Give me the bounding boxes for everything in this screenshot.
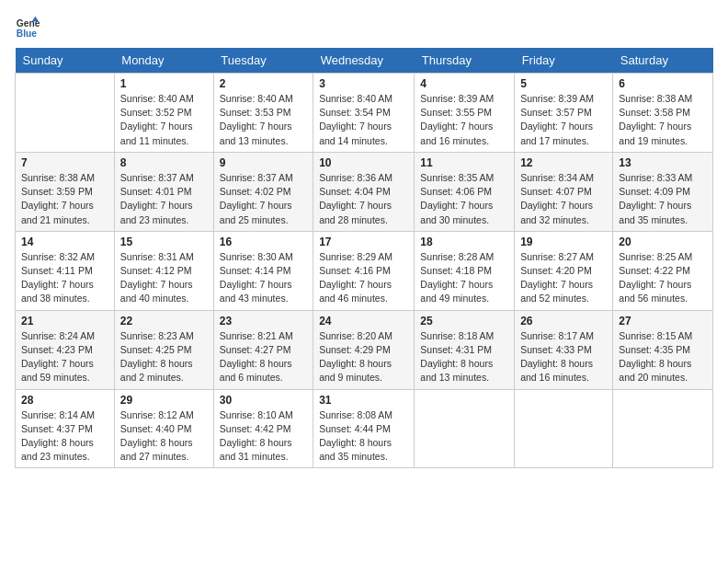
day-info: Sunrise: 8:31 AMSunset: 4:12 PMDaylight:…: [120, 250, 208, 306]
day-info: Sunrise: 8:27 AMSunset: 4:20 PMDaylight:…: [520, 250, 607, 306]
day-info: Sunrise: 8:30 AMSunset: 4:14 PMDaylight:…: [220, 250, 307, 306]
day-number: 12: [520, 156, 607, 169]
day-number: 22: [120, 315, 208, 327]
day-info: Sunrise: 8:23 AMSunset: 4:25 PMDaylight:…: [120, 329, 208, 385]
calendar-cell: 25Sunrise: 8:18 AMSunset: 4:31 PMDayligh…: [415, 310, 515, 389]
calendar-body: 1Sunrise: 8:40 AMSunset: 3:52 PMDaylight…: [16, 74, 713, 468]
column-header-friday: Friday: [515, 48, 613, 74]
calendar-cell: [16, 74, 115, 153]
logo-icon: General Blue: [15, 15, 40, 40]
day-number: 24: [319, 315, 408, 327]
day-info: Sunrise: 8:37 AMSunset: 4:01 PMDaylight:…: [120, 171, 208, 227]
column-header-monday: Monday: [114, 48, 213, 74]
day-info: Sunrise: 8:08 AMSunset: 4:44 PMDaylight:…: [319, 408, 408, 465]
day-info: Sunrise: 8:38 AMSunset: 3:59 PMDaylight:…: [21, 171, 108, 227]
calendar-cell: 3Sunrise: 8:40 AMSunset: 3:54 PMDaylight…: [313, 74, 415, 153]
calendar-cell: 23Sunrise: 8:21 AMSunset: 4:27 PMDayligh…: [213, 310, 313, 389]
day-info: Sunrise: 8:18 AMSunset: 4:31 PMDaylight:…: [420, 329, 508, 385]
day-info: Sunrise: 8:12 AMSunset: 4:40 PMDaylight:…: [120, 408, 208, 465]
calendar-cell: 12Sunrise: 8:34 AMSunset: 4:07 PMDayligh…: [515, 152, 613, 231]
day-number: 14: [21, 236, 108, 248]
day-number: 27: [619, 315, 707, 327]
day-info: Sunrise: 8:10 AMSunset: 4:42 PMDaylight:…: [220, 408, 307, 465]
logo: General Blue: [15, 15, 40, 40]
day-number: 15: [120, 236, 208, 248]
day-number: 26: [520, 315, 607, 327]
calendar-cell: 5Sunrise: 8:39 AMSunset: 3:57 PMDaylight…: [515, 74, 613, 153]
day-number: 9: [220, 156, 307, 169]
day-number: 4: [420, 77, 508, 90]
day-info: Sunrise: 8:37 AMSunset: 4:02 PMDaylight:…: [220, 171, 307, 227]
calendar-cell: 15Sunrise: 8:31 AMSunset: 4:12 PMDayligh…: [114, 231, 213, 310]
day-number: 29: [120, 394, 208, 407]
column-header-thursday: Thursday: [415, 48, 515, 74]
day-number: 30: [220, 394, 307, 407]
day-number: 7: [21, 156, 108, 169]
calendar-cell: 6Sunrise: 8:38 AMSunset: 3:58 PMDaylight…: [613, 74, 713, 153]
day-number: 1: [120, 77, 208, 90]
calendar-cell: 31Sunrise: 8:08 AMSunset: 4:44 PMDayligh…: [313, 389, 415, 468]
day-info: Sunrise: 8:24 AMSunset: 4:23 PMDaylight:…: [21, 329, 108, 385]
calendar-cell: 16Sunrise: 8:30 AMSunset: 4:14 PMDayligh…: [213, 231, 313, 310]
column-header-tuesday: Tuesday: [213, 48, 313, 74]
calendar-cell: 29Sunrise: 8:12 AMSunset: 4:40 PMDayligh…: [114, 389, 213, 468]
calendar-cell: 4Sunrise: 8:39 AMSunset: 3:55 PMDaylight…: [415, 74, 515, 153]
calendar-cell: 14Sunrise: 8:32 AMSunset: 4:11 PMDayligh…: [16, 231, 115, 310]
calendar-cell: 30Sunrise: 8:10 AMSunset: 4:42 PMDayligh…: [213, 389, 313, 468]
day-number: 31: [319, 394, 408, 407]
day-info: Sunrise: 8:34 AMSunset: 4:07 PMDaylight:…: [520, 171, 607, 227]
calendar-cell: 13Sunrise: 8:33 AMSunset: 4:09 PMDayligh…: [613, 152, 713, 231]
calendar-week-row: 21Sunrise: 8:24 AMSunset: 4:23 PMDayligh…: [16, 310, 713, 389]
day-info: Sunrise: 8:14 AMSunset: 4:37 PMDaylight:…: [21, 408, 108, 465]
calendar-cell: 17Sunrise: 8:29 AMSunset: 4:16 PMDayligh…: [313, 231, 415, 310]
calendar-table: SundayMondayTuesdayWednesdayThursdayFrid…: [15, 48, 713, 468]
day-number: 6: [619, 77, 707, 90]
calendar-cell: 7Sunrise: 8:38 AMSunset: 3:59 PMDaylight…: [16, 152, 115, 231]
day-info: Sunrise: 8:25 AMSunset: 4:22 PMDaylight:…: [619, 250, 707, 306]
calendar-header-row: SundayMondayTuesdayWednesdayThursdayFrid…: [16, 48, 713, 74]
day-info: Sunrise: 8:36 AMSunset: 4:04 PMDaylight:…: [319, 171, 408, 227]
day-number: 16: [220, 236, 307, 248]
day-info: Sunrise: 8:28 AMSunset: 4:18 PMDaylight:…: [420, 250, 508, 306]
calendar-cell: 22Sunrise: 8:23 AMSunset: 4:25 PMDayligh…: [114, 310, 213, 389]
column-header-saturday: Saturday: [613, 48, 713, 74]
calendar-cell: 10Sunrise: 8:36 AMSunset: 4:04 PMDayligh…: [313, 152, 415, 231]
day-number: 28: [21, 394, 108, 407]
calendar-week-row: 14Sunrise: 8:32 AMSunset: 4:11 PMDayligh…: [16, 231, 713, 310]
day-number: 25: [420, 315, 508, 327]
day-number: 19: [520, 236, 607, 248]
day-info: Sunrise: 8:40 AMSunset: 3:54 PMDaylight:…: [319, 92, 408, 148]
day-info: Sunrise: 8:38 AMSunset: 3:58 PMDaylight:…: [619, 92, 707, 148]
day-info: Sunrise: 8:32 AMSunset: 4:11 PMDaylight:…: [21, 250, 108, 306]
day-info: Sunrise: 8:17 AMSunset: 4:33 PMDaylight:…: [520, 329, 607, 385]
day-info: Sunrise: 8:20 AMSunset: 4:29 PMDaylight:…: [319, 329, 408, 385]
day-info: Sunrise: 8:15 AMSunset: 4:35 PMDaylight:…: [619, 329, 707, 385]
day-info: Sunrise: 8:39 AMSunset: 3:55 PMDaylight:…: [420, 92, 508, 148]
calendar-week-row: 28Sunrise: 8:14 AMSunset: 4:37 PMDayligh…: [16, 389, 713, 468]
calendar-cell: 19Sunrise: 8:27 AMSunset: 4:20 PMDayligh…: [515, 231, 613, 310]
calendar-week-row: 7Sunrise: 8:38 AMSunset: 3:59 PMDaylight…: [16, 152, 713, 231]
calendar-cell: 1Sunrise: 8:40 AMSunset: 3:52 PMDaylight…: [114, 74, 213, 153]
day-info: Sunrise: 8:29 AMSunset: 4:16 PMDaylight:…: [319, 250, 408, 306]
day-info: Sunrise: 8:40 AMSunset: 3:52 PMDaylight:…: [120, 92, 208, 148]
day-number: 20: [619, 236, 707, 248]
day-number: 5: [520, 77, 607, 90]
calendar-cell: 9Sunrise: 8:37 AMSunset: 4:02 PMDaylight…: [213, 152, 313, 231]
day-number: 18: [420, 236, 508, 248]
day-info: Sunrise: 8:40 AMSunset: 3:53 PMDaylight:…: [220, 92, 307, 148]
calendar-cell: [415, 389, 515, 468]
calendar-cell: 18Sunrise: 8:28 AMSunset: 4:18 PMDayligh…: [415, 231, 515, 310]
day-number: 17: [319, 236, 408, 248]
day-number: 10: [319, 156, 408, 169]
calendar-cell: [515, 389, 613, 468]
svg-text:Blue: Blue: [17, 29, 38, 39]
day-info: Sunrise: 8:39 AMSunset: 3:57 PMDaylight:…: [520, 92, 607, 148]
day-info: Sunrise: 8:33 AMSunset: 4:09 PMDaylight:…: [619, 171, 707, 227]
day-info: Sunrise: 8:21 AMSunset: 4:27 PMDaylight:…: [220, 329, 307, 385]
page-header: General Blue: [15, 15, 713, 40]
column-header-sunday: Sunday: [16, 48, 115, 74]
day-number: 11: [420, 156, 508, 169]
calendar-cell: 21Sunrise: 8:24 AMSunset: 4:23 PMDayligh…: [16, 310, 115, 389]
column-header-wednesday: Wednesday: [313, 48, 415, 74]
calendar-week-row: 1Sunrise: 8:40 AMSunset: 3:52 PMDaylight…: [16, 74, 713, 153]
